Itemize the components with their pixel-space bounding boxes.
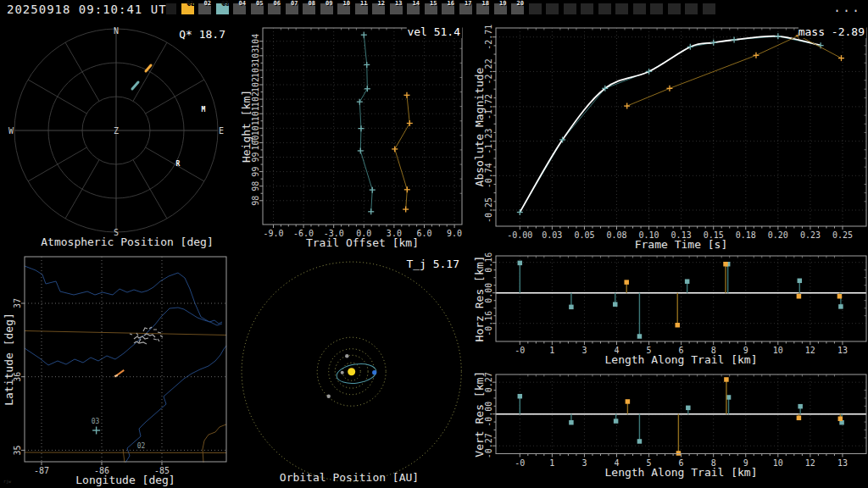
frame-number-label: 09 bbox=[326, 1, 332, 7]
frame-box-15[interactable]: 15 bbox=[425, 3, 437, 14]
frame-box[interactable] bbox=[581, 3, 593, 14]
horz-orange-marker bbox=[624, 280, 629, 285]
frame-number-label: 11 bbox=[360, 1, 367, 7]
map-yaxis-title: Latitude [deg] bbox=[3, 313, 15, 406]
frame-box-07[interactable]: 07 bbox=[286, 3, 298, 14]
horz-teal-marker bbox=[685, 279, 690, 284]
planet-mercury bbox=[341, 371, 344, 374]
map-corner-watermark: rjw bbox=[3, 479, 12, 485]
vert-teal-marker bbox=[614, 419, 619, 424]
q-value-label: Q* 18.7 bbox=[179, 28, 225, 41]
frame-number-label: 12 bbox=[378, 1, 385, 7]
frame-box-09[interactable]: 09 bbox=[320, 3, 333, 14]
horz-teal-marker bbox=[637, 334, 643, 339]
frame-box-10[interactable]: 10 bbox=[337, 3, 350, 14]
frame-number-label: 04 bbox=[239, 1, 246, 7]
orbital-position-panel: T_j 5.17 Orbital Position [AU] bbox=[237, 252, 462, 488]
frame-number-label: 06 bbox=[274, 1, 281, 7]
state-border-line bbox=[25, 452, 226, 453]
meteor-streak-teal bbox=[132, 82, 138, 89]
frame-box-08[interactable]: 08 bbox=[303, 3, 315, 14]
ground-map-panel: 0302 rjw -87-86-85373635Longitude [deg]L… bbox=[0, 252, 237, 488]
frame-box[interactable] bbox=[703, 3, 715, 14]
frame-box-05[interactable]: 05 bbox=[251, 3, 264, 14]
atmospheric-position-panel: N S E W Z Q* 18.7 Atmospheric Position [… bbox=[0, 24, 237, 251]
frame-box[interactable] bbox=[685, 3, 698, 14]
map-xaxis-title: Longitude [deg] bbox=[75, 474, 175, 486]
map-y-tick-label: 35 bbox=[13, 445, 22, 455]
polar-spoke bbox=[65, 42, 99, 101]
horz-orange-marker bbox=[675, 323, 680, 328]
lightcurve-x-tick-label: 0.08 bbox=[606, 230, 626, 240]
frame-number-label: 10 bbox=[343, 1, 350, 7]
trail-x-tick-label: -9.0 bbox=[263, 229, 283, 238]
frame-box[interactable] bbox=[650, 3, 663, 14]
trail-offset-panel: -9.0-6.0-3.00.03.06.09.01041031031021021… bbox=[237, 24, 466, 251]
frame-box[interactable] bbox=[615, 3, 628, 14]
frame-box[interactable] bbox=[546, 3, 559, 14]
city-cluster bbox=[130, 327, 163, 344]
horz-teal-marker bbox=[838, 304, 843, 309]
frame-box-04[interactable]: 04 bbox=[233, 3, 246, 14]
polar-spoke bbox=[146, 147, 204, 181]
lightcurve-x-tick-label: 0.18 bbox=[736, 230, 756, 240]
polar-mark-M: M bbox=[202, 106, 206, 114]
planet-mars bbox=[327, 395, 331, 398]
frame-box-13[interactable]: 13 bbox=[390, 3, 403, 14]
lightcurve-x-tick-label: 0.03 bbox=[542, 230, 562, 240]
lightcurve-xaxis-title: Frame Time [s] bbox=[635, 238, 728, 251]
frame-box-16[interactable]: 16 bbox=[442, 3, 454, 14]
frame-box-20[interactable]: 20 bbox=[511, 3, 524, 14]
frame-number-label: 19 bbox=[499, 1, 506, 7]
frame-box-18[interactable]: 18 bbox=[476, 3, 489, 14]
frame-number-label: 08 bbox=[309, 1, 315, 7]
frame-box-11[interactable]: 11 bbox=[355, 3, 368, 14]
state-border-line bbox=[123, 449, 125, 463]
trail-y-tick-label: 98 bbox=[251, 181, 260, 191]
frame-box[interactable] bbox=[529, 3, 542, 14]
frame-box[interactable] bbox=[564, 3, 576, 14]
frame-box-19[interactable]: 19 bbox=[494, 3, 507, 14]
compass-north-label: N bbox=[114, 26, 119, 36]
frame-box[interactable] bbox=[668, 3, 681, 14]
trail-yaxis-title: Height [km] bbox=[240, 90, 253, 163]
vert-teal-marker bbox=[686, 406, 691, 411]
trail-corner-value: vel 51.4 bbox=[407, 25, 460, 38]
polar-mark-R: R bbox=[176, 160, 181, 168]
frame-box-17[interactable]: 17 bbox=[459, 3, 472, 14]
lightcurve-x-tick-label: -0.00 bbox=[507, 230, 532, 240]
trail-y-tick-label: 103 bbox=[251, 48, 260, 64]
frame-box-12[interactable]: 12 bbox=[372, 3, 385, 14]
state-border-line bbox=[25, 331, 226, 336]
frame-box[interactable] bbox=[166, 3, 176, 14]
horz-x-tick-label: 3 bbox=[581, 346, 587, 355]
frame-box-03[interactable]: 03 bbox=[216, 3, 229, 14]
frame-number-label: 05 bbox=[256, 1, 263, 7]
horz-x-tick-label: 12 bbox=[805, 346, 815, 355]
compass-east-label: E bbox=[219, 126, 224, 136]
frame-box[interactable] bbox=[598, 3, 611, 14]
frame-number-label: 20 bbox=[517, 1, 524, 7]
horz-teal-marker bbox=[613, 302, 618, 307]
horz-teal-marker bbox=[798, 279, 803, 284]
vert-x-tick-label: 12 bbox=[805, 458, 815, 468]
app-window: 20250918 09:10:41 UTC 010203040506070809… bbox=[0, 0, 868, 488]
horz-x-tick-label: -0 bbox=[515, 346, 525, 355]
frame-box-14[interactable]: 14 bbox=[407, 3, 420, 14]
map-x-tick-label: -87 bbox=[34, 466, 49, 475]
frame-box[interactable] bbox=[633, 3, 646, 14]
river-line bbox=[25, 308, 222, 365]
horizontal-residuals-panel: -013456891012130.160.00-0.16Length Along… bbox=[470, 252, 868, 369]
vert-orange-marker bbox=[797, 416, 802, 421]
trail-y-tick-label: 99 bbox=[251, 167, 260, 177]
frame-number-label: 18 bbox=[482, 1, 489, 7]
frame-number-label: 14 bbox=[413, 1, 420, 7]
frame-box-06[interactable]: 06 bbox=[268, 3, 281, 14]
frame-box-01[interactable]: 01 bbox=[181, 3, 194, 14]
horz-teal-marker bbox=[569, 305, 574, 310]
frame-box-02[interactable]: 02 bbox=[198, 3, 211, 14]
compass-west-label: W bbox=[8, 126, 14, 136]
lightcurve-x-tick-label: 0.05 bbox=[574, 230, 594, 240]
station-label-03: 03 bbox=[92, 418, 100, 425]
overflow-menu-icon[interactable]: ... bbox=[833, 0, 861, 15]
